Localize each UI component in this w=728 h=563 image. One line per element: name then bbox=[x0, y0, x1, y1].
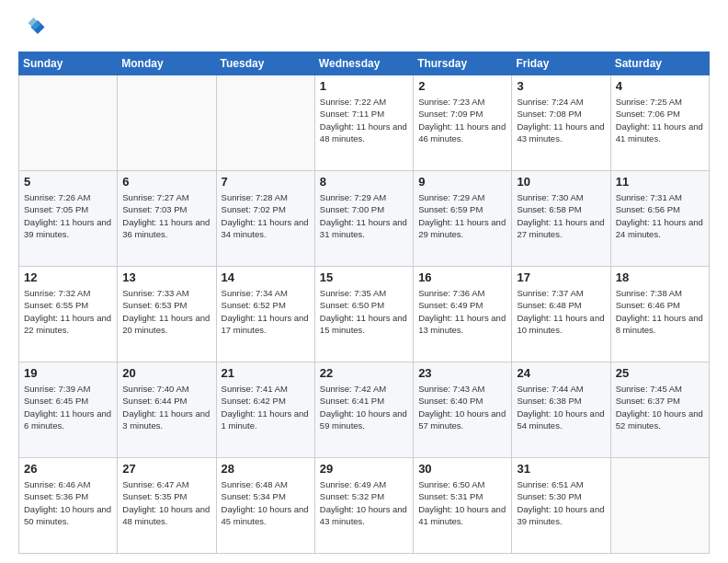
day-number: 11 bbox=[616, 175, 704, 189]
day-number: 22 bbox=[320, 366, 408, 380]
calendar-cell: 4Sunrise: 7:25 AM Sunset: 7:06 PM Daylig… bbox=[610, 75, 709, 171]
calendar-cell: 1Sunrise: 7:22 AM Sunset: 7:11 PM Daylig… bbox=[314, 75, 413, 171]
day-info: Sunrise: 6:46 AM Sunset: 5:36 PM Dayligh… bbox=[24, 478, 112, 527]
calendar-cell: 14Sunrise: 7:34 AM Sunset: 6:52 PM Dayli… bbox=[216, 267, 314, 362]
header-cell-sunday: Sunday bbox=[19, 52, 118, 75]
day-number: 31 bbox=[517, 462, 605, 476]
day-number: 12 bbox=[24, 270, 112, 284]
calendar-cell: 18Sunrise: 7:38 AM Sunset: 6:46 PM Dayli… bbox=[610, 267, 709, 362]
calendar-table: SundayMondayTuesdayWednesdayThursdayFrid… bbox=[18, 52, 710, 554]
page: SundayMondayTuesdayWednesdayThursdayFrid… bbox=[0, 0, 728, 563]
day-number: 21 bbox=[222, 366, 310, 380]
calendar-cell: 29Sunrise: 6:49 AM Sunset: 5:32 PM Dayli… bbox=[314, 458, 413, 554]
calendar-cell: 9Sunrise: 7:29 AM Sunset: 6:59 PM Daylig… bbox=[414, 171, 512, 267]
week-row-1: 5Sunrise: 7:26 AM Sunset: 7:05 PM Daylig… bbox=[19, 171, 710, 267]
day-info: Sunrise: 7:22 AM Sunset: 7:11 PM Dayligh… bbox=[320, 96, 408, 144]
calendar-cell bbox=[216, 75, 314, 171]
calendar-cell: 22Sunrise: 7:42 AM Sunset: 6:41 PM Dayli… bbox=[314, 362, 413, 458]
day-info: Sunrise: 7:28 AM Sunset: 7:02 PM Dayligh… bbox=[222, 191, 310, 240]
calendar-cell: 26Sunrise: 6:46 AM Sunset: 5:36 PM Dayli… bbox=[19, 458, 118, 554]
day-number: 15 bbox=[320, 270, 408, 284]
calendar-cell: 5Sunrise: 7:26 AM Sunset: 7:05 PM Daylig… bbox=[19, 171, 118, 267]
day-info: Sunrise: 7:39 AM Sunset: 6:45 PM Dayligh… bbox=[24, 383, 112, 431]
day-info: Sunrise: 7:29 AM Sunset: 7:00 PM Dayligh… bbox=[320, 191, 408, 240]
week-row-4: 26Sunrise: 6:46 AM Sunset: 5:36 PM Dayli… bbox=[19, 458, 710, 554]
calendar-cell bbox=[118, 75, 216, 171]
day-number: 7 bbox=[222, 175, 310, 189]
day-info: Sunrise: 7:38 AM Sunset: 6:46 PM Dayligh… bbox=[616, 287, 704, 336]
day-info: Sunrise: 7:43 AM Sunset: 6:40 PM Dayligh… bbox=[418, 383, 506, 431]
day-number: 2 bbox=[418, 79, 506, 93]
week-row-0: 1Sunrise: 7:22 AM Sunset: 7:11 PM Daylig… bbox=[19, 75, 710, 171]
day-info: Sunrise: 7:41 AM Sunset: 6:42 PM Dayligh… bbox=[222, 383, 310, 431]
day-number: 28 bbox=[222, 462, 310, 476]
calendar-cell: 19Sunrise: 7:39 AM Sunset: 6:45 PM Dayli… bbox=[19, 362, 118, 458]
day-info: Sunrise: 6:50 AM Sunset: 5:31 PM Dayligh… bbox=[418, 478, 506, 527]
day-number: 30 bbox=[418, 462, 506, 476]
day-info: Sunrise: 7:31 AM Sunset: 6:56 PM Dayligh… bbox=[616, 191, 704, 240]
day-info: Sunrise: 7:36 AM Sunset: 6:49 PM Dayligh… bbox=[418, 287, 506, 336]
day-info: Sunrise: 6:47 AM Sunset: 5:35 PM Dayligh… bbox=[122, 478, 210, 527]
day-number: 23 bbox=[418, 366, 506, 380]
header bbox=[18, 15, 710, 42]
calendar-cell: 16Sunrise: 7:36 AM Sunset: 6:49 PM Dayli… bbox=[414, 267, 512, 362]
calendar-cell: 11Sunrise: 7:31 AM Sunset: 6:56 PM Dayli… bbox=[610, 171, 709, 267]
week-row-3: 19Sunrise: 7:39 AM Sunset: 6:45 PM Dayli… bbox=[19, 362, 710, 458]
day-info: Sunrise: 7:33 AM Sunset: 6:53 PM Dayligh… bbox=[122, 287, 210, 336]
day-info: Sunrise: 7:32 AM Sunset: 6:55 PM Dayligh… bbox=[24, 287, 112, 336]
calendar-cell bbox=[610, 458, 709, 554]
calendar-body: 1Sunrise: 7:22 AM Sunset: 7:11 PM Daylig… bbox=[19, 75, 710, 554]
day-info: Sunrise: 7:25 AM Sunset: 7:06 PM Dayligh… bbox=[616, 96, 704, 144]
calendar-cell: 7Sunrise: 7:28 AM Sunset: 7:02 PM Daylig… bbox=[216, 171, 314, 267]
day-number: 29 bbox=[320, 462, 408, 476]
week-row-2: 12Sunrise: 7:32 AM Sunset: 6:55 PM Dayli… bbox=[19, 267, 710, 362]
day-info: Sunrise: 7:44 AM Sunset: 6:38 PM Dayligh… bbox=[517, 383, 605, 431]
day-info: Sunrise: 7:30 AM Sunset: 6:58 PM Dayligh… bbox=[517, 191, 605, 240]
header-cell-saturday: Saturday bbox=[610, 52, 709, 75]
day-info: Sunrise: 7:24 AM Sunset: 7:08 PM Dayligh… bbox=[517, 96, 605, 144]
day-number: 25 bbox=[616, 366, 704, 380]
calendar-cell: 8Sunrise: 7:29 AM Sunset: 7:00 PM Daylig… bbox=[314, 171, 413, 267]
calendar-header: SundayMondayTuesdayWednesdayThursdayFrid… bbox=[19, 52, 710, 75]
calendar-cell: 13Sunrise: 7:33 AM Sunset: 6:53 PM Dayli… bbox=[118, 267, 216, 362]
day-number: 18 bbox=[616, 270, 704, 284]
day-info: Sunrise: 7:27 AM Sunset: 7:03 PM Dayligh… bbox=[122, 191, 210, 240]
calendar-cell: 23Sunrise: 7:43 AM Sunset: 6:40 PM Dayli… bbox=[414, 362, 512, 458]
day-number: 4 bbox=[616, 79, 704, 93]
day-info: Sunrise: 7:40 AM Sunset: 6:44 PM Dayligh… bbox=[122, 383, 210, 431]
calendar-cell: 17Sunrise: 7:37 AM Sunset: 6:48 PM Dayli… bbox=[512, 267, 610, 362]
calendar-cell bbox=[19, 75, 118, 171]
day-info: Sunrise: 7:45 AM Sunset: 6:37 PM Dayligh… bbox=[616, 383, 704, 431]
calendar-cell: 3Sunrise: 7:24 AM Sunset: 7:08 PM Daylig… bbox=[512, 75, 610, 171]
day-number: 13 bbox=[122, 270, 210, 284]
calendar-cell: 31Sunrise: 6:51 AM Sunset: 5:30 PM Dayli… bbox=[512, 458, 610, 554]
calendar-cell: 2Sunrise: 7:23 AM Sunset: 7:09 PM Daylig… bbox=[414, 75, 512, 171]
calendar-cell: 28Sunrise: 6:48 AM Sunset: 5:34 PM Dayli… bbox=[216, 458, 314, 554]
day-number: 10 bbox=[517, 175, 605, 189]
day-number: 24 bbox=[517, 366, 605, 380]
calendar-cell: 20Sunrise: 7:40 AM Sunset: 6:44 PM Dayli… bbox=[118, 362, 216, 458]
day-info: Sunrise: 7:26 AM Sunset: 7:05 PM Dayligh… bbox=[24, 191, 112, 240]
day-number: 14 bbox=[222, 270, 310, 284]
day-info: Sunrise: 7:23 AM Sunset: 7:09 PM Dayligh… bbox=[418, 96, 506, 144]
calendar-cell: 12Sunrise: 7:32 AM Sunset: 6:55 PM Dayli… bbox=[19, 267, 118, 362]
header-cell-monday: Monday bbox=[118, 52, 216, 75]
calendar-cell: 10Sunrise: 7:30 AM Sunset: 6:58 PM Dayli… bbox=[512, 171, 610, 267]
day-number: 26 bbox=[24, 462, 112, 476]
day-info: Sunrise: 7:42 AM Sunset: 6:41 PM Dayligh… bbox=[320, 383, 408, 431]
day-info: Sunrise: 7:34 AM Sunset: 6:52 PM Dayligh… bbox=[222, 287, 310, 336]
day-info: Sunrise: 7:29 AM Sunset: 6:59 PM Dayligh… bbox=[418, 191, 506, 240]
calendar-cell: 30Sunrise: 6:50 AM Sunset: 5:31 PM Dayli… bbox=[414, 458, 512, 554]
calendar-cell: 27Sunrise: 6:47 AM Sunset: 5:35 PM Dayli… bbox=[118, 458, 216, 554]
day-number: 5 bbox=[24, 175, 112, 189]
day-number: 1 bbox=[320, 79, 408, 93]
header-cell-friday: Friday bbox=[512, 52, 610, 75]
calendar-cell: 6Sunrise: 7:27 AM Sunset: 7:03 PM Daylig… bbox=[118, 171, 216, 267]
day-number: 16 bbox=[418, 270, 506, 284]
day-number: 8 bbox=[320, 175, 408, 189]
day-number: 17 bbox=[517, 270, 605, 284]
logo bbox=[18, 15, 50, 42]
day-number: 19 bbox=[24, 366, 112, 380]
header-row: SundayMondayTuesdayWednesdayThursdayFrid… bbox=[19, 52, 710, 75]
header-cell-wednesday: Wednesday bbox=[314, 52, 413, 75]
